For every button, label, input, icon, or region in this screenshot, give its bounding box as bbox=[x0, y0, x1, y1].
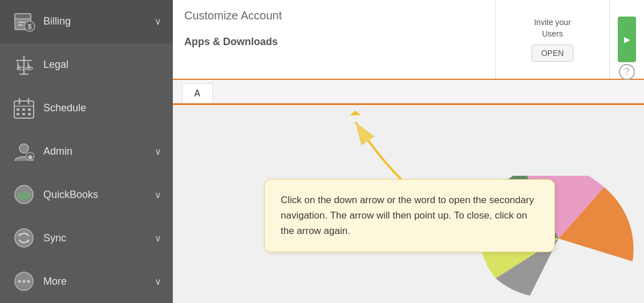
sidebar-item-schedule[interactable]: Schedule bbox=[0, 87, 173, 130]
admin-icon bbox=[11, 139, 37, 164]
apps-downloads-title: Apps & Downloads bbox=[184, 36, 484, 48]
svg-point-21 bbox=[19, 144, 29, 153]
chart-area: Click on the down arrow or the word to o… bbox=[173, 105, 644, 301]
sidebar-item-quickbooks[interactable]: qb QuickBooks ∨ bbox=[0, 173, 173, 216]
arrow-graphic bbox=[344, 111, 435, 187]
sync-label: Sync bbox=[43, 232, 155, 244]
sidebar-item-sync[interactable]: Sync ∨ bbox=[0, 216, 173, 260]
legal-icon bbox=[11, 52, 37, 78]
svg-rect-18 bbox=[17, 113, 19, 115]
svg-rect-15 bbox=[17, 108, 19, 111]
legal-label: Legal bbox=[43, 59, 161, 71]
help-icon[interactable]: ? bbox=[619, 64, 635, 80]
sidebar-item-more[interactable]: More ∨ bbox=[0, 260, 173, 303]
admin-label: Admin bbox=[43, 146, 155, 157]
svg-point-31 bbox=[27, 280, 30, 283]
sidebar-item-legal[interactable]: Legal bbox=[0, 43, 173, 87]
svg-rect-19 bbox=[22, 113, 25, 115]
svg-rect-16 bbox=[22, 108, 25, 111]
sidebar-item-billing[interactable]: $ Billing ∨ bbox=[0, 0, 173, 43]
main-content: Customize Account Apps & Downloads Invit… bbox=[173, 0, 644, 303]
tab-a[interactable]: A bbox=[182, 83, 213, 103]
svg-point-30 bbox=[23, 280, 26, 283]
admin-chevron[interactable]: ∨ bbox=[155, 146, 161, 157]
callout-tooltip: Click on the down arrow or the word to o… bbox=[264, 179, 555, 252]
sidebar: $ Billing ∨ Legal bbox=[0, 0, 173, 303]
top-content-area: Customize Account Apps & Downloads Invit… bbox=[173, 0, 644, 80]
customize-account-section: Customize Account Apps & Downloads bbox=[173, 0, 496, 79]
quickbooks-chevron[interactable]: ∨ bbox=[155, 189, 161, 200]
more-chevron[interactable]: ∨ bbox=[155, 276, 161, 287]
open-button[interactable]: OPEN bbox=[532, 45, 574, 62]
schedule-label: Schedule bbox=[43, 102, 161, 114]
callout-text: Click on the down arrow or the word to o… bbox=[281, 195, 534, 236]
svg-point-29 bbox=[18, 280, 21, 283]
customize-account-title: Customize Account bbox=[184, 9, 282, 22]
billing-chevron[interactable]: ∨ bbox=[155, 16, 161, 27]
billing-label: Billing bbox=[43, 15, 155, 27]
more-label: More bbox=[43, 276, 155, 288]
sidebar-item-admin[interactable]: Admin ∨ bbox=[0, 130, 173, 173]
quickbooks-label: QuickBooks bbox=[43, 189, 155, 201]
invite-users-section: Invite your Users OPEN bbox=[496, 0, 610, 79]
svg-text:qb: qb bbox=[18, 189, 30, 201]
sync-chevron[interactable]: ∨ bbox=[155, 233, 161, 244]
schedule-icon bbox=[11, 96, 37, 121]
svg-text:$: $ bbox=[28, 23, 32, 31]
more-icon bbox=[11, 269, 37, 294]
svg-rect-1 bbox=[15, 14, 31, 19]
svg-rect-20 bbox=[28, 113, 31, 115]
quickbooks-icon: qb bbox=[11, 182, 37, 207]
svg-point-25 bbox=[15, 229, 33, 247]
tab-row: A bbox=[173, 80, 644, 105]
invite-users-text: Invite your Users bbox=[534, 17, 571, 39]
billing-icon: $ bbox=[11, 9, 37, 34]
svg-rect-17 bbox=[28, 108, 31, 111]
svg-marker-33 bbox=[350, 111, 361, 115]
green-action-button[interactable]: ▶ bbox=[618, 17, 636, 62]
sync-icon bbox=[11, 225, 37, 251]
